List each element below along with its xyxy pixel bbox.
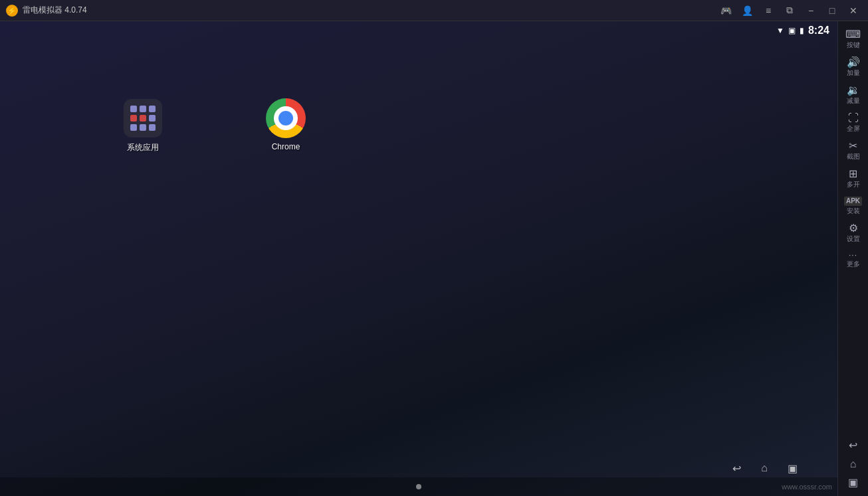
titlebar-controls: 🎮 👤 ≡ ⧉ − □ ✕ [716, 3, 863, 18]
settings-icon: ⚙ [849, 223, 858, 234]
android-desktop: 系统应用 Chrome [0, 40, 837, 477]
vol-up-icon: 🔊 [847, 57, 860, 68]
pip-button[interactable]: ⧉ [780, 3, 799, 18]
right-sidebar: ⌨ 按键 🔊 加量 🔉 减量 ⛶ 全屏 ✂ 截图 ⊞ 多开 APK 安装 ⚙ 设… [837, 21, 868, 496]
titlebar-title: 雷电模拟器 4.0.74 [23, 5, 87, 16]
close-button[interactable]: ✕ [844, 3, 863, 18]
maximize-button[interactable]: □ [823, 3, 841, 18]
sidebar-vol-down[interactable]: 🔉 减量 [840, 82, 867, 108]
sidebar-keyboard[interactable]: ⌨ 按键 [840, 27, 867, 52]
status-time: 8:24 [808, 25, 829, 37]
user-button[interactable]: 👤 [738, 3, 756, 18]
chrome-center [278, 111, 293, 125]
emulator-screen: ▼ ▣ ▮ 8:24 系统应用 [0, 21, 837, 496]
install-apk-label: 安装 [847, 207, 860, 215]
signal-icon: ▣ [788, 26, 796, 35]
vol-down-icon: 🔉 [847, 85, 860, 96]
back-button[interactable]: ↩ [732, 462, 741, 475]
fullscreen-label: 全屏 [847, 125, 860, 133]
home-button[interactable]: ⌂ [761, 462, 768, 474]
vol-down-label: 减量 [847, 97, 860, 105]
screenshot-label: 截图 [847, 153, 860, 161]
app-logo: ⚡ [5, 4, 19, 17]
chrome-icon-image [266, 98, 306, 138]
sidebar-screenshot[interactable]: ✂ 截图 [840, 138, 867, 163]
svg-text:⚡: ⚡ [7, 6, 17, 15]
home-nav-icon: ⌂ [850, 459, 857, 469]
sys-apps-label: 系统应用 [127, 142, 159, 153]
dot [149, 124, 156, 131]
sidebar-multi-open[interactable]: ⊞ 多开 [840, 166, 867, 191]
chrome-icon[interactable]: Chrome [256, 93, 316, 157]
apk-icon: APK [844, 197, 862, 206]
keyboard-label: 按键 [847, 41, 860, 49]
sidebar-back[interactable]: ↩ [840, 438, 867, 454]
gamepad-button[interactable]: 🎮 [716, 3, 735, 18]
sidebar-more[interactable]: ··· 更多 [840, 248, 867, 271]
sidebar-home[interactable]: ⌂ [840, 456, 867, 472]
recents-nav-icon: ▣ [848, 477, 858, 488]
sidebar-settings[interactable]: ⚙ 设置 [840, 220, 867, 246]
vol-up-label: 加量 [847, 69, 860, 77]
recents-button[interactable]: ▣ [788, 462, 798, 475]
more-label: 更多 [847, 260, 860, 268]
sys-apps-icon-image [123, 98, 163, 138]
battery-icon: ▮ [800, 26, 804, 35]
sidebar-fullscreen[interactable]: ⛶ 全屏 [840, 110, 867, 135]
titlebar-left: ⚡ 雷电模拟器 4.0.74 [5, 4, 87, 17]
keyboard-icon: ⌨ [845, 29, 861, 40]
fullscreen-icon: ⛶ [848, 113, 859, 124]
dot [149, 115, 156, 122]
dot [149, 106, 156, 112]
dot [130, 115, 137, 122]
sidebar-recents[interactable]: ▣ [840, 475, 867, 491]
minimize-button[interactable]: − [802, 3, 820, 18]
sys-apps-icon[interactable]: 系统应用 [113, 93, 173, 159]
android-nav-bar: ↩ ⌂ ▣ [0, 459, 837, 477]
dot [130, 106, 137, 112]
dot [130, 124, 137, 131]
sidebar-vol-up[interactable]: 🔊 加量 [840, 54, 867, 80]
titlebar: ⚡ 雷电模拟器 4.0.74 🎮 👤 ≡ ⧉ − □ ✕ [0, 0, 868, 21]
sidebar-install-apk[interactable]: APK 安装 [840, 194, 867, 218]
settings-label: 设置 [847, 235, 860, 243]
android-status-bar: ▼ ▣ ▮ 8:24 [0, 21, 837, 40]
dot [140, 115, 146, 122]
dot [140, 124, 146, 131]
bottom-bar: www.osssr.com [0, 477, 837, 496]
watermark: www.osssr.com [782, 483, 832, 491]
chrome-label: Chrome [272, 142, 300, 151]
multi-open-label: 多开 [847, 181, 860, 189]
multi-open-icon: ⊞ [849, 169, 857, 179]
dot [140, 106, 146, 112]
wifi-icon: ▼ [776, 26, 784, 35]
screenshot-icon: ✂ [849, 141, 857, 151]
more-icon: ··· [849, 251, 857, 259]
chrome-circle [266, 98, 306, 138]
menu-button[interactable]: ≡ [759, 3, 778, 18]
back-nav-icon: ↩ [849, 440, 857, 451]
